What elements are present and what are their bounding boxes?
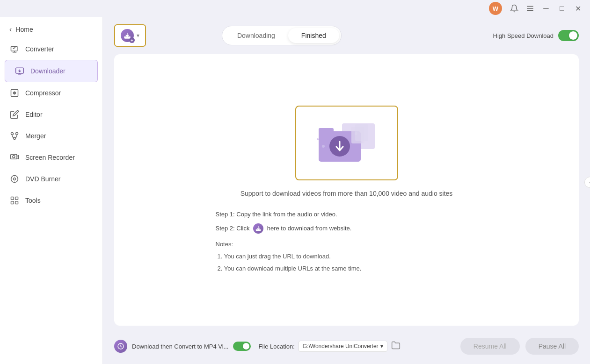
step2-prefix: Step 2: Click	[216, 225, 250, 232]
sidebar-item-compressor[interactable]: Compressor	[0, 82, 102, 104]
converter-icon	[9, 44, 20, 54]
convert-toggle-switch[interactable]	[233, 342, 251, 351]
sidebar-item-tools[interactable]: Tools	[0, 190, 102, 211]
bottom-actions: Resume All Pause All	[460, 338, 579, 355]
tools-label: Tools	[25, 197, 41, 204]
folder-open-icon[interactable]	[391, 341, 401, 352]
merger-icon	[9, 131, 20, 141]
minimize-button[interactable]: ─	[539, 2, 553, 15]
close-button[interactable]: ✕	[571, 2, 584, 15]
sidebar-item-editor[interactable]: Editor	[0, 104, 102, 125]
svg-point-12	[11, 176, 18, 183]
titlebar-controls: W ─ □ ✕	[489, 2, 584, 15]
converter-label: Converter	[25, 45, 54, 53]
instructions: Step 1: Copy the link from the audio or …	[216, 208, 478, 275]
note2: 2. You can download multiple URLs at the…	[216, 263, 478, 275]
svg-rect-15	[15, 197, 18, 200]
user-avatar[interactable]: W	[489, 2, 502, 15]
svg-rect-16	[11, 201, 14, 204]
svg-rect-10	[11, 154, 17, 159]
main-content: ▾ Downloading Finished High Speed Downlo…	[103, 17, 590, 364]
merger-label: Merger	[25, 132, 46, 140]
tab-finished[interactable]: Finished	[288, 28, 339, 43]
file-path-text: G:\Wondershare UniConverter	[303, 343, 379, 350]
step1-text: Step 1: Copy the link from the audio or …	[216, 211, 337, 218]
sidebar-item-converter[interactable]: Converter	[0, 38, 102, 60]
tab-downloading[interactable]: Downloading	[224, 28, 288, 43]
editor-icon	[9, 109, 20, 120]
tab-group: Downloading Finished	[222, 26, 342, 45]
sidebar-item-dvd-burner[interactable]: DVD Burner	[0, 168, 102, 190]
dvd-burner-label: DVD Burner	[25, 175, 60, 183]
file-path-select[interactable]: G:\Wondershare UniConverter ▾	[299, 341, 387, 352]
speed-label: High Speed Download	[493, 32, 554, 39]
step2-suffix: here to download from website.	[267, 225, 352, 232]
speed-toggle-switch[interactable]	[558, 30, 579, 41]
convert-label: Download then Convert to MP4 Vi...	[132, 343, 228, 350]
svg-point-11	[13, 156, 15, 158]
svg-point-24	[317, 138, 319, 140]
titlebar: W ─ □ ✕	[0, 0, 590, 17]
sidebar-back-button[interactable]: ‹ Home	[0, 21, 102, 38]
path-chevron-icon: ▾	[380, 343, 383, 350]
menu-icon[interactable]	[524, 2, 537, 15]
app-body: ‹ Home Converter Dow	[0, 17, 590, 364]
resume-all-button[interactable]: Resume All	[460, 338, 520, 355]
step2: Step 2: Click here to download from webs…	[216, 222, 478, 235]
back-arrow-icon: ‹	[9, 25, 12, 34]
add-download-button[interactable]: ▾	[114, 24, 146, 47]
download-area: Support to download videos from more tha…	[114, 54, 579, 326]
downloader-icon	[15, 66, 25, 76]
svg-rect-21	[319, 128, 334, 134]
file-location-group: File Location: G:\Wondershare UniConvert…	[258, 341, 400, 352]
support-text: Support to download videos from more tha…	[240, 190, 453, 197]
screen-recorder-label: Screen Recorder	[25, 154, 75, 161]
notes-header: Notes:	[216, 238, 478, 250]
pause-all-button[interactable]: Pause All	[525, 338, 579, 355]
svg-point-23	[322, 145, 325, 148]
svg-rect-17	[15, 201, 18, 204]
file-location-label: File Location:	[258, 343, 294, 350]
add-chevron-icon: ▾	[137, 32, 139, 39]
notes: Notes: 1. You can just drag the URL to d…	[216, 238, 478, 275]
sidebar: ‹ Home Converter Dow	[0, 17, 103, 364]
downloader-label: Downloader	[30, 67, 66, 75]
notification-icon[interactable]	[508, 2, 521, 15]
screen-recorder-icon	[9, 152, 20, 163]
folder-illustration	[295, 106, 398, 180]
compressor-icon	[9, 88, 20, 98]
note1: 1. You can just drag the URL to download…	[216, 250, 478, 263]
sidebar-item-merger[interactable]: Merger	[0, 125, 102, 147]
svg-rect-14	[11, 197, 14, 200]
svg-rect-28	[355, 124, 368, 141]
sidebar-item-downloader[interactable]: Downloader	[5, 60, 98, 82]
toolbar: ▾ Downloading Finished High Speed Downlo…	[114, 24, 579, 47]
step1: Step 1: Copy the link from the audio or …	[216, 208, 478, 221]
add-icon	[121, 29, 134, 42]
step2-icon	[253, 223, 263, 234]
speed-toggle-group: High Speed Download	[493, 30, 579, 41]
clock-icon	[114, 340, 127, 353]
svg-point-7	[11, 133, 14, 135]
back-label: Home	[15, 26, 33, 33]
folder-svg	[309, 115, 384, 171]
dvd-burner-icon	[9, 174, 20, 184]
compressor-label: Compressor	[25, 89, 61, 97]
editor-label: Editor	[25, 111, 43, 118]
maximize-button[interactable]: □	[555, 2, 568, 15]
bottom-bar: Download then Convert to MP4 Vi... File …	[114, 333, 579, 357]
sidebar-item-screen-recorder[interactable]: Screen Recorder	[0, 147, 102, 168]
tools-icon	[9, 195, 20, 206]
svg-point-13	[14, 178, 16, 180]
svg-point-8	[16, 133, 18, 135]
download-convert-group: Download then Convert to MP4 Vi...	[114, 340, 251, 353]
